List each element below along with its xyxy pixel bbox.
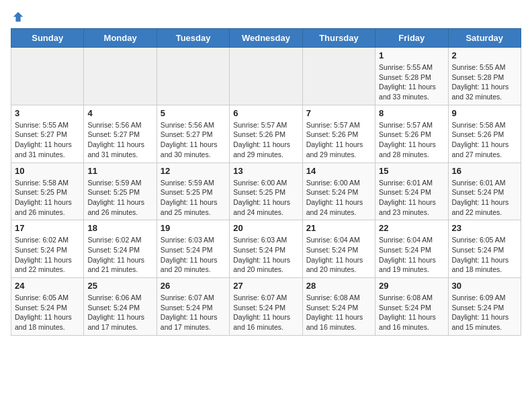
calendar-day-cell: 3Sunrise: 5:55 AM Sunset: 5:27 PM Daylig… bbox=[11, 105, 84, 163]
day-number: 23 bbox=[452, 223, 517, 233]
calendar-header-cell: Friday bbox=[375, 29, 448, 48]
day-info: Sunrise: 6:06 AM Sunset: 5:24 PM Dayligh… bbox=[87, 293, 152, 332]
day-number: 1 bbox=[379, 50, 444, 60]
calendar-header-cell: Sunday bbox=[11, 29, 84, 48]
day-number: 12 bbox=[161, 166, 226, 176]
day-number: 20 bbox=[233, 223, 298, 233]
calendar-day-cell: 27Sunrise: 6:07 AM Sunset: 5:24 PM Dayli… bbox=[230, 278, 302, 336]
calendar-header-cell: Monday bbox=[84, 29, 157, 48]
day-info: Sunrise: 6:00 AM Sunset: 5:25 PM Dayligh… bbox=[233, 178, 298, 218]
day-info: Sunrise: 6:02 AM Sunset: 5:24 PM Dayligh… bbox=[87, 235, 152, 275]
calendar-day-cell: 18Sunrise: 6:02 AM Sunset: 5:24 PM Dayli… bbox=[84, 220, 157, 278]
calendar-day-cell: 16Sunrise: 6:01 AM Sunset: 5:24 PM Dayli… bbox=[448, 163, 521, 220]
calendar-week-row: 17Sunrise: 6:02 AM Sunset: 5:24 PM Dayli… bbox=[11, 220, 521, 278]
calendar-day-cell: 2Sunrise: 5:55 AM Sunset: 5:28 PM Daylig… bbox=[448, 48, 521, 105]
day-number: 24 bbox=[15, 281, 80, 291]
day-number: 22 bbox=[379, 223, 444, 233]
calendar-body: 1Sunrise: 5:55 AM Sunset: 5:28 PM Daylig… bbox=[11, 48, 521, 336]
calendar-day-cell: 4Sunrise: 5:56 AM Sunset: 5:27 PM Daylig… bbox=[84, 105, 157, 163]
calendar-day-cell: 6Sunrise: 5:57 AM Sunset: 5:26 PM Daylig… bbox=[230, 105, 302, 163]
calendar-day-cell: 20Sunrise: 6:03 AM Sunset: 5:24 PM Dayli… bbox=[230, 220, 302, 278]
svg-marker-0 bbox=[13, 12, 23, 21]
day-number: 9 bbox=[452, 108, 517, 118]
calendar-day-cell: 9Sunrise: 5:58 AM Sunset: 5:26 PM Daylig… bbox=[448, 105, 521, 163]
calendar-header-cell: Thursday bbox=[302, 29, 375, 48]
day-info: Sunrise: 6:01 AM Sunset: 5:24 PM Dayligh… bbox=[452, 178, 517, 218]
calendar-day-cell: 26Sunrise: 6:07 AM Sunset: 5:24 PM Dayli… bbox=[157, 278, 229, 336]
day-number: 8 bbox=[379, 108, 444, 118]
day-number: 2 bbox=[452, 50, 517, 60]
day-number: 7 bbox=[306, 108, 371, 118]
day-info: Sunrise: 6:04 AM Sunset: 5:24 PM Dayligh… bbox=[379, 235, 444, 275]
calendar-day-cell: 13Sunrise: 6:00 AM Sunset: 5:25 PM Dayli… bbox=[230, 163, 302, 220]
day-number: 29 bbox=[379, 281, 444, 291]
day-info: Sunrise: 5:57 AM Sunset: 5:26 PM Dayligh… bbox=[306, 120, 371, 160]
calendar-day-cell bbox=[84, 48, 157, 105]
calendar-table: SundayMondayTuesdayWednesdayThursdayFrid… bbox=[11, 28, 521, 336]
day-number: 17 bbox=[15, 223, 80, 233]
day-number: 26 bbox=[161, 281, 226, 291]
calendar-header: SundayMondayTuesdayWednesdayThursdayFrid… bbox=[11, 29, 521, 48]
calendar-day-cell: 11Sunrise: 5:59 AM Sunset: 5:25 PM Dayli… bbox=[84, 163, 157, 220]
day-number: 5 bbox=[161, 108, 226, 118]
day-info: Sunrise: 5:56 AM Sunset: 5:27 PM Dayligh… bbox=[87, 120, 152, 160]
page-header bbox=[11, 11, 521, 20]
day-info: Sunrise: 5:58 AM Sunset: 5:26 PM Dayligh… bbox=[452, 120, 517, 160]
calendar-day-cell: 25Sunrise: 6:06 AM Sunset: 5:24 PM Dayli… bbox=[84, 278, 157, 336]
day-info: Sunrise: 5:58 AM Sunset: 5:25 PM Dayligh… bbox=[15, 178, 80, 218]
calendar-day-cell: 28Sunrise: 6:08 AM Sunset: 5:24 PM Dayli… bbox=[302, 278, 375, 336]
day-number: 16 bbox=[452, 166, 517, 176]
logo bbox=[11, 11, 24, 20]
day-info: Sunrise: 6:04 AM Sunset: 5:24 PM Dayligh… bbox=[306, 235, 371, 275]
day-info: Sunrise: 5:56 AM Sunset: 5:27 PM Dayligh… bbox=[161, 120, 226, 160]
day-info: Sunrise: 6:05 AM Sunset: 5:24 PM Dayligh… bbox=[15, 293, 80, 332]
day-info: Sunrise: 5:57 AM Sunset: 5:26 PM Dayligh… bbox=[233, 120, 298, 160]
calendar-day-cell: 24Sunrise: 6:05 AM Sunset: 5:24 PM Dayli… bbox=[11, 278, 84, 336]
calendar-day-cell: 14Sunrise: 6:00 AM Sunset: 5:24 PM Dayli… bbox=[302, 163, 375, 220]
calendar-day-cell bbox=[230, 48, 302, 105]
day-number: 11 bbox=[87, 166, 152, 176]
calendar-header-cell: Saturday bbox=[448, 29, 521, 48]
day-number: 10 bbox=[15, 166, 80, 176]
day-info: Sunrise: 5:59 AM Sunset: 5:25 PM Dayligh… bbox=[87, 178, 152, 218]
day-info: Sunrise: 5:57 AM Sunset: 5:26 PM Dayligh… bbox=[379, 120, 444, 160]
calendar-day-cell: 7Sunrise: 5:57 AM Sunset: 5:26 PM Daylig… bbox=[302, 105, 375, 163]
calendar-week-row: 10Sunrise: 5:58 AM Sunset: 5:25 PM Dayli… bbox=[11, 163, 521, 220]
day-number: 13 bbox=[233, 166, 298, 176]
calendar-week-row: 3Sunrise: 5:55 AM Sunset: 5:27 PM Daylig… bbox=[11, 105, 521, 163]
day-info: Sunrise: 6:07 AM Sunset: 5:24 PM Dayligh… bbox=[161, 293, 226, 332]
day-number: 3 bbox=[15, 108, 80, 118]
calendar-day-cell: 21Sunrise: 6:04 AM Sunset: 5:24 PM Dayli… bbox=[302, 220, 375, 278]
calendar-day-cell: 30Sunrise: 6:09 AM Sunset: 5:24 PM Dayli… bbox=[448, 278, 521, 336]
calendar-header-cell: Wednesday bbox=[230, 29, 302, 48]
calendar-day-cell: 10Sunrise: 5:58 AM Sunset: 5:25 PM Dayli… bbox=[11, 163, 84, 220]
calendar-day-cell: 22Sunrise: 6:04 AM Sunset: 5:24 PM Dayli… bbox=[375, 220, 448, 278]
day-info: Sunrise: 6:00 AM Sunset: 5:24 PM Dayligh… bbox=[306, 178, 371, 218]
calendar-day-cell bbox=[157, 48, 229, 105]
calendar-day-cell: 12Sunrise: 5:59 AM Sunset: 5:25 PM Dayli… bbox=[157, 163, 229, 220]
day-info: Sunrise: 6:03 AM Sunset: 5:24 PM Dayligh… bbox=[233, 235, 298, 275]
calendar-day-cell: 23Sunrise: 6:05 AM Sunset: 5:24 PM Dayli… bbox=[448, 220, 521, 278]
calendar-day-cell bbox=[11, 48, 84, 105]
day-number: 18 bbox=[87, 223, 152, 233]
day-info: Sunrise: 6:01 AM Sunset: 5:24 PM Dayligh… bbox=[379, 178, 444, 218]
day-number: 15 bbox=[379, 166, 444, 176]
calendar-week-row: 1Sunrise: 5:55 AM Sunset: 5:28 PM Daylig… bbox=[11, 48, 521, 105]
day-number: 30 bbox=[452, 281, 517, 291]
calendar-week-row: 24Sunrise: 6:05 AM Sunset: 5:24 PM Dayli… bbox=[11, 278, 521, 336]
day-info: Sunrise: 6:08 AM Sunset: 5:24 PM Dayligh… bbox=[306, 293, 371, 332]
calendar-header-cell: Tuesday bbox=[157, 29, 229, 48]
day-number: 27 bbox=[233, 281, 298, 291]
calendar-day-cell: 19Sunrise: 6:03 AM Sunset: 5:24 PM Dayli… bbox=[157, 220, 229, 278]
day-number: 21 bbox=[306, 223, 371, 233]
day-info: Sunrise: 5:55 AM Sunset: 5:28 PM Dayligh… bbox=[452, 62, 517, 102]
calendar-day-cell: 1Sunrise: 5:55 AM Sunset: 5:28 PM Daylig… bbox=[375, 48, 448, 105]
day-number: 14 bbox=[306, 166, 371, 176]
calendar-day-cell: 8Sunrise: 5:57 AM Sunset: 5:26 PM Daylig… bbox=[375, 105, 448, 163]
calendar-day-cell bbox=[302, 48, 375, 105]
logo-icon bbox=[12, 11, 24, 23]
day-info: Sunrise: 5:55 AM Sunset: 5:27 PM Dayligh… bbox=[15, 120, 80, 160]
day-info: Sunrise: 6:07 AM Sunset: 5:24 PM Dayligh… bbox=[233, 293, 298, 332]
day-info: Sunrise: 6:03 AM Sunset: 5:24 PM Dayligh… bbox=[161, 235, 226, 275]
day-info: Sunrise: 5:55 AM Sunset: 5:28 PM Dayligh… bbox=[379, 62, 444, 102]
